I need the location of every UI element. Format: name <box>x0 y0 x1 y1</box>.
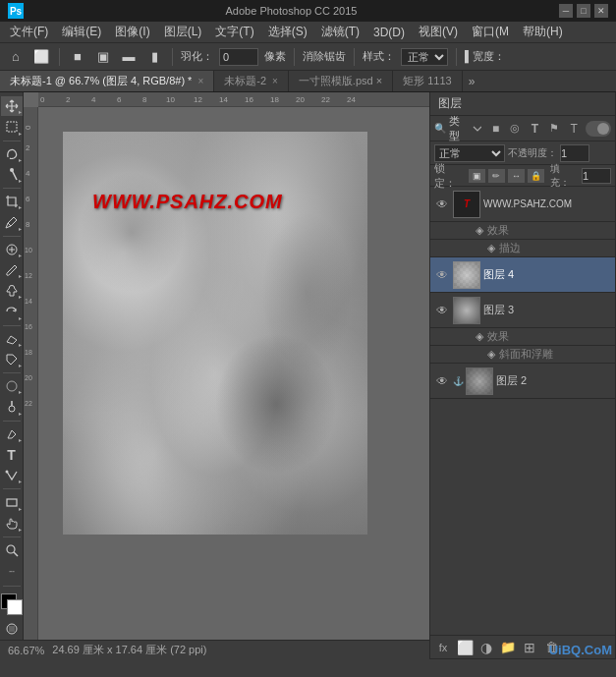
window-controls: ─ □ ✕ <box>559 4 608 18</box>
tool-paint-bucket[interactable]: ▸ <box>1 350 23 369</box>
svg-text:14: 14 <box>25 298 32 305</box>
tool-brush[interactable]: ▸ <box>1 260 23 280</box>
layer-row-4[interactable]: 👁 图层 4 <box>430 257 615 293</box>
tab-rect[interactable]: 矩形 1113 <box>393 71 463 92</box>
layers-panel: 图层 🔍 类型 ■ ◎ T ⚑ T 正常 <box>429 92 616 659</box>
svg-text:0: 0 <box>24 125 32 130</box>
tool-dots[interactable]: ··· <box>1 561 23 581</box>
menu-item-s[interactable]: 选择(S) <box>262 22 313 42</box>
tool-zoom[interactable] <box>1 540 23 560</box>
stroke-label-text: 描边 <box>499 241 521 255</box>
menu-item-v[interactable]: 视图(V) <box>413 22 464 42</box>
menu-item-e[interactable]: 编辑(E) <box>56 22 107 42</box>
layer-eye-2[interactable]: 👁 <box>434 373 450 389</box>
status-zoom: 66.67% <box>8 645 44 656</box>
horiz-select-icon[interactable]: ▬ <box>119 47 139 67</box>
tool-blur[interactable]: ▸ <box>1 376 23 396</box>
filter-shape-icon[interactable]: ⚑ <box>546 120 563 138</box>
blend-mode-select[interactable]: 正常 <box>434 144 505 162</box>
tool-stamp[interactable]: ▸ <box>1 281 23 301</box>
opacity-input[interactable] <box>560 144 589 162</box>
bevel-label: 斜面和浮雕 <box>499 347 553 362</box>
tabs-more[interactable]: » <box>463 75 481 88</box>
tool-crop[interactable]: ▸ <box>1 192 23 211</box>
tool-text[interactable]: T <box>1 445 23 465</box>
frame-icon[interactable]: ⬜ <box>31 47 51 67</box>
tool-marquee[interactable]: ▸ <box>1 117 23 137</box>
layer-row-text[interactable]: 👁 T WWW.PSAHZ.COM <box>430 187 615 222</box>
add-adjustment-icon[interactable]: ◑ <box>477 639 495 656</box>
vert-select-icon[interactable]: ▮ <box>144 47 164 67</box>
tool-path-select[interactable]: ▸ <box>1 466 23 485</box>
lock-image-icon[interactable]: ✏ <box>488 169 505 183</box>
menu-item-m[interactable]: 窗口(M <box>466 22 515 42</box>
menu-item-l[interactable]: 图层(L) <box>158 22 208 42</box>
filter-adj-icon[interactable]: ◎ <box>507 120 524 138</box>
tool-eyedropper[interactable]: ▸ <box>1 212 23 232</box>
minimize-button[interactable]: ─ <box>559 4 573 18</box>
layer-thumb-text: T <box>453 191 480 218</box>
lock-label: 锁定： <box>434 161 466 191</box>
tool-dodge[interactable]: ▸ <box>1 397 23 417</box>
menu-item-t[interactable]: 滤镜(T) <box>315 22 365 42</box>
filter-pixel-icon[interactable]: ■ <box>487 120 504 138</box>
menu-item-h[interactable]: 帮助(H) <box>517 22 569 42</box>
add-mask-icon[interactable]: ⬜ <box>456 639 474 656</box>
width-label: ▌宽度： <box>465 49 505 64</box>
lock-all-icon[interactable]: 🔒 <box>528 169 544 183</box>
lock-position-icon[interactable]: ↔ <box>508 169 525 183</box>
foreground-color[interactable] <box>1 593 23 613</box>
tab-photo-template[interactable]: 一寸照模版.psd × <box>289 71 393 92</box>
feather-input[interactable] <box>219 48 258 66</box>
filter-smart-icon[interactable]: T <box>566 120 583 138</box>
svg-rect-8 <box>7 499 17 506</box>
layer-eye-text[interactable]: 👁 <box>434 197 450 212</box>
left-toolbar: ▸ ▸ ▸ ▸ ▸ ▸ ▸ ▸ <box>0 92 24 659</box>
add-layer-icon[interactable]: ⊞ <box>521 639 538 656</box>
svg-point-4 <box>7 381 17 391</box>
lock-transparent-icon[interactable]: ▣ <box>469 169 485 183</box>
tool-magic-wand[interactable]: ▸ <box>1 165 23 185</box>
rounded-select-icon[interactable]: ▣ <box>93 47 113 67</box>
layers-lock-row: 锁定： ▣ ✏ ↔ 🔒 填充： <box>430 165 615 187</box>
tab-active-doc[interactable]: 未标题-1 @ 66.7% (图层 4, RGB/8#) * × <box>0 71 214 92</box>
layer-row-3[interactable]: 👁 图层 3 <box>430 293 615 328</box>
layer-row-2[interactable]: 👁 ⚓ 图层 2 <box>430 364 615 399</box>
tool-history-brush[interactable]: ▸ <box>1 302 23 321</box>
add-group-icon[interactable]: 📁 <box>499 639 517 656</box>
svg-point-7 <box>5 471 8 474</box>
filter-toggle[interactable] <box>586 121 611 137</box>
quick-mask-icon[interactable] <box>1 618 23 638</box>
tab-untitled2[interactable]: 未标题-2 × <box>214 71 289 92</box>
menu-item-f[interactable]: 文件(F) <box>4 22 54 42</box>
stroke-arrow-icon: ◈ <box>487 242 495 254</box>
tool-pen[interactable]: ▸ <box>1 423 23 443</box>
add-effect-icon[interactable]: fx <box>434 639 452 656</box>
tool-move[interactable]: ▸ <box>1 96 23 116</box>
rect-select-icon[interactable]: ■ <box>68 47 87 67</box>
svg-text:20: 20 <box>25 374 32 381</box>
tool-eraser[interactable]: ▸ <box>1 329 23 349</box>
tab-untitled2-close[interactable]: × <box>272 76 278 86</box>
opacity-label: 不透明度： <box>508 146 557 160</box>
style-select[interactable]: 正常 <box>401 48 448 66</box>
home-icon[interactable]: ⌂ <box>6 47 26 67</box>
close-button[interactable]: ✕ <box>594 4 608 18</box>
filter-text-icon[interactable]: T <box>527 120 543 138</box>
tool-lasso[interactable]: ▸ <box>1 143 23 163</box>
layer-eye-3[interactable]: 👁 <box>434 303 450 318</box>
tab-close-icon[interactable]: × <box>197 76 203 86</box>
menu-item-i[interactable]: 图像(I) <box>109 22 155 42</box>
tool-spot-heal[interactable]: ▸ <box>1 239 23 258</box>
tool-rect-shape[interactable]: ▸ <box>1 492 23 512</box>
filter-dropdown-icon[interactable] <box>473 124 481 134</box>
menu-item-dd[interactable]: 3D(D) <box>367 24 411 41</box>
svg-line-10 <box>14 552 18 556</box>
tool-hand[interactable]: ▸ <box>1 514 23 534</box>
svg-text:10: 10 <box>25 247 32 254</box>
fill-input[interactable] <box>582 168 611 184</box>
tab-rect-label: 矩形 1113 <box>403 74 452 88</box>
maximize-button[interactable]: □ <box>577 4 590 18</box>
layer-eye-4[interactable]: 👁 <box>434 267 450 283</box>
menu-item-t[interactable]: 文字(T) <box>209 22 259 42</box>
